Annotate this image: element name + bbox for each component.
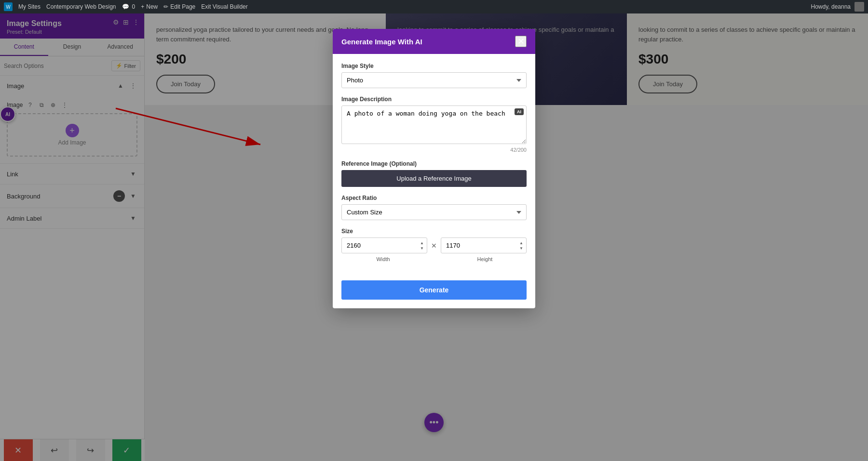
size-row: ▲ ▼ ✕ ▲ ▼ (341, 237, 527, 253)
site-name-menu[interactable]: Contemporary Web Design (46, 3, 116, 10)
modal-body: Image Style Photo Illustration Sketch Wa… (333, 54, 535, 278)
size-labels: Width Height (341, 256, 527, 262)
image-style-label: Image Style (341, 63, 527, 69)
textarea-counter: 42/200 (341, 147, 527, 153)
modal-header: Generate Image With AI ✕ (333, 29, 535, 54)
height-label: Height (443, 256, 527, 262)
aspect-ratio-group: Aspect Ratio Custom Size 1:1 16:9 4:3 (341, 195, 527, 220)
site-name-label: Contemporary Web Design (46, 3, 116, 10)
comments-menu[interactable]: 💬 0 (122, 3, 136, 10)
my-sites-menu[interactable]: My Sites (18, 3, 41, 10)
image-style-select[interactable]: Photo Illustration Sketch Watercolor (341, 72, 527, 88)
exit-builder-label: Exit Visual Builder (201, 3, 248, 10)
admin-bar: W My Sites Contemporary Web Design 💬 0 +… (0, 0, 868, 13)
edit-page-label: Edit Page (170, 3, 195, 10)
howdy-label: Howdy, deanna (811, 3, 851, 10)
admin-bar-right: Howdy, deanna (811, 2, 865, 12)
modal-overlay: Generate Image With AI ✕ Image Style Pho… (0, 0, 868, 461)
height-increment-btn[interactable]: ▲ (518, 240, 525, 245)
edit-page-menu[interactable]: ✏ Edit Page (163, 3, 195, 10)
height-decrement-btn[interactable]: ▼ (518, 246, 525, 250)
aspect-ratio-select[interactable]: Custom Size 1:1 16:9 4:3 (341, 204, 527, 220)
height-input-wrap: ▲ ▼ (441, 237, 527, 253)
image-description-group: Image Description A photo of a woman doi… (341, 96, 527, 153)
width-spinners: ▲ ▼ (419, 240, 425, 250)
modal-close-button[interactable]: ✕ (515, 36, 527, 47)
size-group: Size ▲ ▼ ✕ ▲ ▼ (341, 228, 527, 262)
user-avatar (854, 2, 864, 12)
wp-logo[interactable]: W (4, 2, 13, 11)
new-menu[interactable]: + New (141, 3, 158, 10)
image-description-textarea[interactable]: A photo of a woman doing yoga on the bea… (341, 105, 527, 144)
aspect-ratio-label: Aspect Ratio (341, 195, 527, 201)
textarea-wrapper: A photo of a woman doing yoga on the bea… (341, 105, 527, 145)
modal-title: Generate Image With AI (341, 38, 422, 46)
comments-count: 0 (132, 3, 136, 10)
reference-image-label: Reference Image (Optional) (341, 160, 527, 167)
exit-builder-menu[interactable]: Exit Visual Builder (201, 3, 248, 10)
size-separator: ✕ (431, 242, 437, 250)
textarea-ai-badge: AI (515, 108, 524, 115)
new-label: New (146, 3, 158, 10)
image-style-group: Image Style Photo Illustration Sketch Wa… (341, 63, 527, 88)
width-input-wrap: ▲ ▼ (341, 237, 427, 253)
size-label: Size (341, 228, 527, 235)
reference-image-group: Reference Image (Optional) Upload a Refe… (341, 160, 527, 187)
width-input[interactable] (341, 237, 427, 253)
width-increment-btn[interactable]: ▲ (419, 240, 425, 245)
image-description-label: Image Description (341, 96, 527, 103)
generate-btn-container: Generate (333, 278, 535, 308)
width-label: Width (341, 256, 425, 262)
wp-icon: W (4, 2, 13, 11)
my-sites-label: My Sites (18, 3, 41, 10)
upload-reference-btn[interactable]: Upload a Reference Image (341, 170, 527, 187)
generate-image-modal: Generate Image With AI ✕ Image Style Pho… (333, 29, 535, 308)
generate-button[interactable]: Generate (341, 280, 527, 300)
width-decrement-btn[interactable]: ▼ (419, 246, 425, 250)
height-input[interactable] (441, 237, 527, 253)
height-spinners: ▲ ▼ (518, 240, 525, 250)
